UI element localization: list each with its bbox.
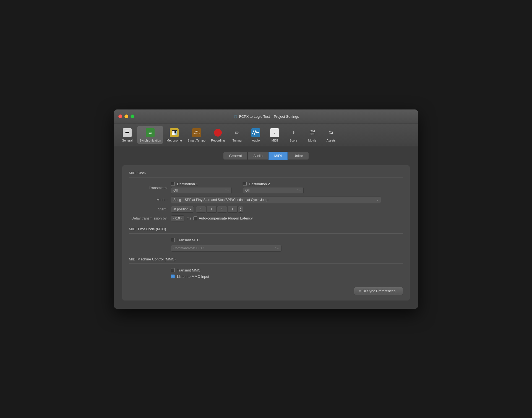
score-icon: ♪ xyxy=(288,128,298,138)
tuning-icon: ✏ xyxy=(232,128,242,138)
smart-tempo-icon: 120AUTO xyxy=(192,128,202,138)
delay-row: Delay transmission by: ▾ 0.0 ▴ ms Auto-c… xyxy=(129,215,403,221)
midi-time-code-section: MIDI Time Code (MTC) Transmit MTC Comman… xyxy=(129,227,403,252)
listen-mmc-label: Listen to MMC Input xyxy=(177,275,209,279)
toolbar-movie[interactable]: 🎬 Movie xyxy=(303,126,321,144)
toolbar-assets-label: Assets xyxy=(327,139,336,142)
destination-1-select[interactable]: Off ⌃⌄ xyxy=(171,187,232,194)
delay-input[interactable]: ▾ 0.0 ▴ xyxy=(171,215,184,221)
start-label: Start : xyxy=(129,207,168,211)
midi-icon: ♩ xyxy=(270,128,280,138)
toolbar-assets[interactable]: 🗂 Assets xyxy=(322,126,340,144)
position-stepper[interactable]: ▲ ▼ xyxy=(238,206,243,213)
toolbar-general[interactable]: ☰ General xyxy=(118,126,136,144)
toolbar-smart-label: Smart Tempo xyxy=(187,139,205,142)
toolbar-synchronization[interactable]: ⇄ Synchronization xyxy=(137,126,163,144)
transmit-mmc-checkbox[interactable] xyxy=(171,268,175,272)
midi-sync-prefs-button[interactable]: MIDI Sync Preferences... xyxy=(354,287,403,295)
chevron-down-icon-3: ▾ xyxy=(190,207,191,211)
metro-icon: 🎹 xyxy=(169,128,179,138)
commandpost-select[interactable]: CommandPost Bus 1 ⌃⌄ xyxy=(171,245,281,252)
destination-2-select[interactable]: Off ⌃⌄ xyxy=(243,187,304,194)
transmit-mtc-row: Transmit MTC xyxy=(171,238,403,242)
toolbar-tuning[interactable]: ✏ Tuning xyxy=(228,126,246,144)
movie-icon: 🎬 xyxy=(307,128,317,138)
destination-2-checkbox[interactable] xyxy=(243,182,247,186)
delay-label: Delay transmission by: xyxy=(129,216,168,220)
mmc-rows: Transmit MMC ✓ Listen to MMC Input xyxy=(171,268,403,279)
transmit-to-row: Transmit to: Destination 1 Off ⌃⌄ xyxy=(129,182,403,194)
sync-icon: ⇄ xyxy=(145,128,155,138)
content: General Audio MIDI Unitor MIDI Clock Tra… xyxy=(114,146,418,309)
start-option-select[interactable]: at position ▾ xyxy=(171,206,194,213)
minimize-button[interactable] xyxy=(124,114,128,118)
mmc-title: MIDI Machine Control (MMC) xyxy=(129,257,403,261)
audio-icon xyxy=(251,128,261,138)
delay-down-icon: ▾ xyxy=(173,217,174,220)
toolbar: ☰ General ⇄ Synchronization 🎹 Metronome … xyxy=(114,124,418,146)
titlebar: 🎵 FCPX to Logic Test – Project Settings xyxy=(114,109,418,124)
assets-icon: 🗂 xyxy=(326,128,336,138)
toolbar-recording[interactable]: Recording xyxy=(209,126,227,144)
mode-select[interactable]: Song – SPP at Play Start and Stop/SPP/Co… xyxy=(171,197,381,203)
toolbar-smart-tempo[interactable]: 120AUTO Smart Tempo xyxy=(185,126,208,144)
toolbar-midi-label: MIDI xyxy=(272,139,278,142)
listen-mmc-row: ✓ Listen to MMC Input xyxy=(171,275,403,279)
delay-up-icon: ▴ xyxy=(181,217,182,220)
footer-row: MIDI Sync Preferences... xyxy=(129,287,403,295)
destination-1-checkbox[interactable] xyxy=(171,182,175,186)
pos-input-1[interactable]: 1 xyxy=(196,206,206,213)
auto-compensate-row: Auto-compensate Plug-in Latency xyxy=(193,216,253,220)
pos-input-4[interactable]: 1 xyxy=(228,206,238,213)
destination-1-label: Destination 1 xyxy=(177,182,198,186)
midi-clock-title: MIDI Clock xyxy=(129,171,403,175)
traffic-lights xyxy=(118,114,134,118)
mode-label: Mode : xyxy=(129,198,168,202)
commandpost-chevron-icon: ⌃⌄ xyxy=(275,247,279,250)
toolbar-recording-label: Recording xyxy=(211,139,225,142)
mode-row: Mode : Song – SPP at Play Start and Stop… xyxy=(129,197,403,203)
chevron-down-icon-2: ⌃⌄ xyxy=(297,189,301,192)
auto-compensate-checkbox[interactable] xyxy=(193,216,197,220)
tabs-row: General Audio MIDI Unitor xyxy=(122,152,410,160)
window: 🎵 FCPX to Logic Test – Project Settings … xyxy=(114,109,418,309)
toolbar-midi[interactable]: ♩ MIDI xyxy=(266,126,283,144)
toolbar-score[interactable]: ♪ Score xyxy=(285,126,302,144)
maximize-button[interactable] xyxy=(131,114,134,118)
pos-input-2[interactable]: 1 xyxy=(207,206,217,213)
toolbar-sync-label: Synchronization xyxy=(139,139,161,142)
transmit-mtc-checkbox[interactable] xyxy=(171,238,175,242)
auto-compensate-label: Auto-compensate Plug-in Latency xyxy=(199,216,253,220)
toolbar-score-label: Score xyxy=(290,139,298,142)
mtc-title: MIDI Time Code (MTC) xyxy=(129,227,403,231)
pos-input-3[interactable]: 1 xyxy=(217,206,227,213)
tab-general[interactable]: General xyxy=(223,152,247,160)
destination-2-group: Destination 2 Off ⌃⌄ xyxy=(243,182,304,194)
toolbar-tuning-label: Tuning xyxy=(233,139,242,142)
toolbar-audio[interactable]: Audio xyxy=(247,126,265,144)
tab-audio[interactable]: Audio xyxy=(247,152,268,160)
toolbar-metro-label: Metronome xyxy=(166,139,182,142)
start-row: Start : at position ▾ 1 1 1 1 ▲ xyxy=(129,206,403,213)
toolbar-general-label: General xyxy=(122,139,132,142)
transmit-to-label: Transmit to: xyxy=(129,186,168,190)
recording-icon xyxy=(213,128,223,138)
midi-machine-control-section: MIDI Machine Control (MMC) Transmit MMC … xyxy=(129,257,403,279)
title-icon: 🎵 xyxy=(233,114,238,119)
midi-clock-section: MIDI Clock Transmit to: Destination 1 xyxy=(129,171,403,221)
destination-2-label: Destination 2 xyxy=(249,182,270,186)
toolbar-metronome[interactable]: 🎹 Metronome xyxy=(164,126,184,144)
transmit-mmc-label: Transmit MMC xyxy=(177,268,200,272)
general-icon: ☰ xyxy=(122,128,132,138)
transmit-mmc-row: Transmit MMC xyxy=(171,268,403,272)
window-title: 🎵 FCPX to Logic Test – Project Settings xyxy=(233,114,299,119)
destination-1-group: Destination 1 Off ⌃⌄ xyxy=(171,182,232,194)
mode-chevron-icon: ⌃⌄ xyxy=(374,198,379,201)
panel: MIDI Clock Transmit to: Destination 1 xyxy=(122,165,410,301)
position-inputs: 1 1 1 1 ▲ ▼ xyxy=(196,206,243,213)
listen-mmc-checkbox[interactable]: ✓ xyxy=(171,275,175,278)
tab-midi[interactable]: MIDI xyxy=(268,152,288,160)
ms-label: ms xyxy=(187,216,191,220)
tab-unitor[interactable]: Unitor xyxy=(288,152,309,160)
close-button[interactable] xyxy=(118,114,122,118)
